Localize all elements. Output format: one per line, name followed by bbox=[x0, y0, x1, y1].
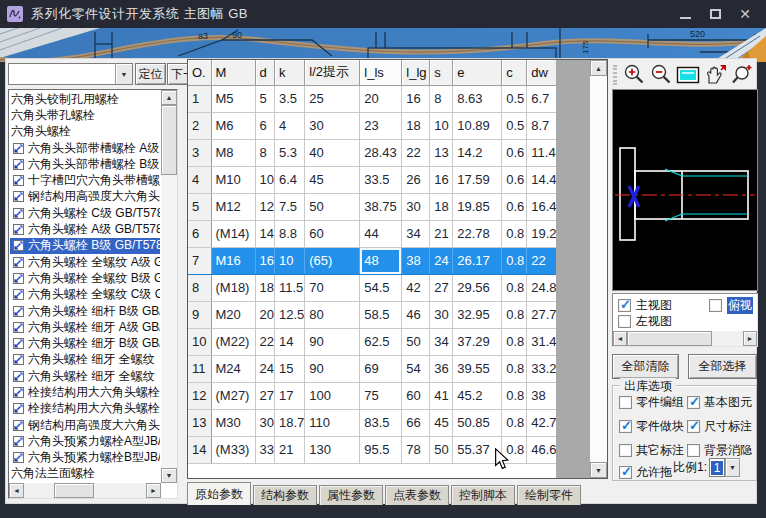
table-cell[interactable]: 34 bbox=[402, 220, 430, 247]
table-cell[interactable]: 33.2 bbox=[527, 355, 558, 382]
combo-dropdown-button[interactable]: ▼ bbox=[115, 64, 132, 84]
scrollbar-thumb[interactable] bbox=[161, 105, 177, 175]
table-cell[interactable]: 13 bbox=[430, 139, 453, 166]
table-cell[interactable]: 16 bbox=[255, 247, 274, 274]
list-item-selected[interactable]: 六角头螺栓 B级 GB/T5782 bbox=[10, 238, 160, 254]
column-header[interactable]: l/2提示 bbox=[305, 60, 360, 85]
clear-all-button[interactable]: 全部清除 bbox=[612, 354, 679, 379]
export-option[interactable]: 其它标注 bbox=[619, 442, 684, 459]
list-item[interactable]: 六角头预紧力螺栓A型JB/ bbox=[10, 433, 160, 449]
table-cell[interactable]: 46.6 bbox=[527, 436, 558, 463]
table-cell[interactable]: 22.78 bbox=[453, 220, 502, 247]
tab-4[interactable]: 控制脚本 bbox=[451, 485, 515, 505]
table-cell[interactable]: 4 bbox=[274, 112, 304, 139]
table-cell[interactable]: 14.2 bbox=[453, 139, 502, 166]
table-cell[interactable]: 24.8 bbox=[527, 274, 558, 301]
table-cell[interactable]: 10 bbox=[255, 166, 274, 193]
table-cell[interactable]: 30 bbox=[305, 112, 360, 139]
close-button[interactable]: ✕ bbox=[734, 5, 756, 23]
views-horizontal-scrollbar[interactable]: ◄ ► bbox=[613, 331, 757, 346]
table-cell[interactable]: 23 bbox=[360, 112, 402, 139]
table-cell[interactable]: 24 bbox=[255, 355, 274, 382]
table-cell[interactable]: 0.8 bbox=[502, 220, 527, 247]
table-cell[interactable]: 40 bbox=[305, 139, 360, 166]
tab-2[interactable]: 属性参数 bbox=[319, 485, 383, 505]
scroll-right-button[interactable]: ► bbox=[146, 483, 161, 498]
table-cell[interactable]: 46 bbox=[402, 301, 430, 328]
table-cell[interactable]: 20 bbox=[360, 85, 402, 112]
table-cell[interactable]: 11.5 bbox=[274, 274, 304, 301]
table-cell[interactable]: M16 bbox=[211, 247, 255, 274]
table-cell[interactable]: 11.4 bbox=[527, 139, 558, 166]
tab-5[interactable]: 绘制零件 bbox=[517, 485, 581, 505]
column-header[interactable]: l_ls bbox=[360, 60, 402, 85]
table-cell[interactable]: 7.5 bbox=[274, 193, 304, 220]
table-cell[interactable]: 14 bbox=[274, 328, 304, 355]
column-header[interactable]: M bbox=[211, 60, 255, 85]
table-cell[interactable]: 90 bbox=[305, 355, 360, 382]
table-cell[interactable]: 24 bbox=[430, 247, 453, 274]
checkbox-unchecked-icon[interactable] bbox=[618, 315, 631, 328]
list-vertical-scrollbar[interactable]: ▲ ▼ bbox=[161, 90, 177, 483]
list-item[interactable]: 栓接结构用大六角头螺栓 bbox=[10, 401, 160, 417]
table-cell[interactable]: M6 bbox=[211, 112, 255, 139]
row-number-cell[interactable]: 4 bbox=[188, 166, 211, 193]
table-cell[interactable]: 33.5 bbox=[360, 166, 402, 193]
row-number-cell[interactable]: 2 bbox=[188, 112, 211, 139]
table-cell[interactable]: 42 bbox=[402, 274, 430, 301]
table-cell[interactable]: 50 bbox=[305, 193, 360, 220]
scroll-down-button[interactable]: ▼ bbox=[161, 468, 177, 483]
table-cell[interactable]: 32.95 bbox=[453, 301, 502, 328]
row-number-cell[interactable]: 13 bbox=[188, 409, 211, 436]
list-item[interactable]: 十字槽凹穴六角头带槽螺 bbox=[10, 172, 160, 188]
table-cell[interactable]: 50 bbox=[430, 436, 453, 463]
table-cell[interactable]: 30 bbox=[255, 409, 274, 436]
row-number-cell[interactable]: 1 bbox=[188, 85, 211, 112]
row-number-cell[interactable]: 3 bbox=[188, 139, 211, 166]
export-option[interactable]: 零件编组 bbox=[619, 394, 684, 411]
view-option-left[interactable]: 左视图 bbox=[618, 313, 672, 330]
checkbox-checked-icon[interactable] bbox=[687, 396, 700, 409]
table-cell[interactable]: 10.89 bbox=[453, 112, 502, 139]
table-cell[interactable]: 0.8 bbox=[502, 274, 527, 301]
part-preview[interactable] bbox=[612, 89, 758, 291]
table-cell[interactable]: 54.5 bbox=[360, 274, 402, 301]
row-number-cell[interactable]: 14 bbox=[188, 436, 211, 463]
table-cell[interactable]: M8 bbox=[211, 139, 255, 166]
column-header[interactable]: k bbox=[274, 60, 304, 85]
table-cell[interactable]: 27 bbox=[430, 274, 453, 301]
table-cell[interactable]: M24 bbox=[211, 355, 255, 382]
row-number-cell[interactable]: 8 bbox=[188, 274, 211, 301]
table-cell[interactable]: 26.17 bbox=[453, 247, 502, 274]
list-item[interactable]: 六角头螺栓 细牙 B级 GB/ bbox=[10, 335, 160, 351]
table-cell[interactable]: 8.7 bbox=[527, 112, 558, 139]
table-cell[interactable]: 8 bbox=[255, 139, 274, 166]
scale-combobox[interactable]: 1 ▼ bbox=[709, 458, 740, 477]
table-cell[interactable]: M12 bbox=[211, 193, 255, 220]
table-cell[interactable]: 3.5 bbox=[274, 85, 304, 112]
table-cell[interactable]: 10 bbox=[274, 247, 304, 274]
table-cell[interactable]: 45.2 bbox=[453, 382, 502, 409]
table-cell[interactable]: 18.7 bbox=[274, 409, 304, 436]
fit-view-button[interactable] bbox=[674, 63, 701, 87]
view-option-main[interactable]: 主视图 bbox=[618, 297, 672, 314]
table-cell[interactable]: 5.3 bbox=[274, 139, 304, 166]
list-item[interactable]: 六角头头部带槽螺栓 A级 bbox=[10, 140, 160, 156]
table-cell[interactable]: 0.8 bbox=[502, 247, 527, 274]
checkbox-unchecked-icon[interactable] bbox=[619, 396, 632, 409]
scrollbar-thumb[interactable] bbox=[627, 331, 712, 346]
table-cell[interactable]: 38 bbox=[527, 382, 558, 409]
list-item[interactable]: 六角头头部带槽螺栓 B级 bbox=[10, 156, 160, 172]
column-header[interactable]: l_lg bbox=[402, 60, 430, 85]
table-cell[interactable]: 31.4 bbox=[527, 328, 558, 355]
table-cell[interactable]: M20 bbox=[211, 301, 255, 328]
table-cell[interactable]: 5 bbox=[255, 85, 274, 112]
list-item[interactable]: 六角头螺栓 全螺纹 A级 G bbox=[10, 254, 160, 270]
table-cell[interactable]: M30 bbox=[211, 409, 255, 436]
table-cell[interactable]: 95.5 bbox=[360, 436, 402, 463]
list-item[interactable]: 六角头螺栓 C级 GB/T5780 bbox=[10, 205, 160, 221]
table-cell[interactable]: 8.63 bbox=[453, 85, 502, 112]
table-cell[interactable]: 22 bbox=[255, 328, 274, 355]
table-cell[interactable]: 60 bbox=[402, 382, 430, 409]
table-cell[interactable]: M5 bbox=[211, 85, 255, 112]
